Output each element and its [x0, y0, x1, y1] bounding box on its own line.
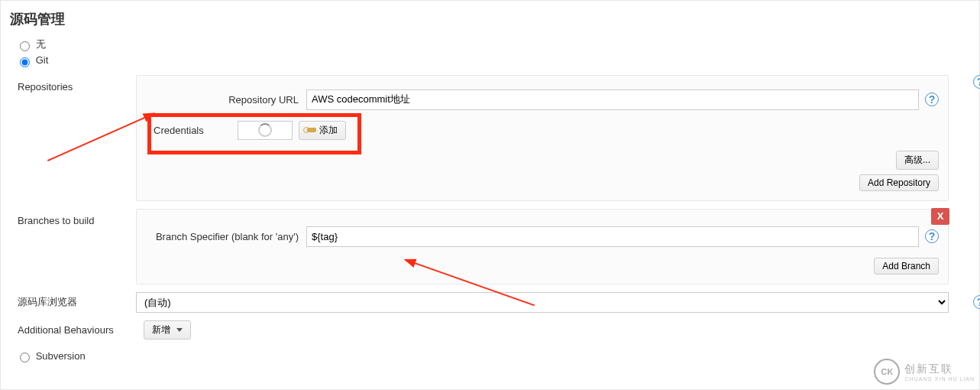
additional-behaviours-row: Additional Behaviours 新增: [10, 320, 970, 340]
scm-radio-git[interactable]: [20, 57, 30, 67]
additional-label: Additional Behaviours: [10, 324, 144, 336]
delete-branch-button[interactable]: X: [931, 208, 949, 225]
credentials-label: Credentials: [146, 125, 238, 136]
logo-subtext: CHUANG XIN HU LIAN: [904, 376, 975, 382]
branch-specifier-input[interactable]: [306, 226, 919, 247]
branch-specifier-label: Branch Specifier (blank for 'any'): [146, 231, 306, 242]
add-branch-button[interactable]: Add Branch: [874, 258, 939, 275]
scm-option-subversion[interactable]: Subversion: [16, 350, 970, 363]
repositories-row: Repositories ? Repository URL ? Credenti…: [10, 75, 970, 201]
scm-label-subversion: Subversion: [36, 350, 86, 362]
help-icon[interactable]: ?: [973, 295, 980, 309]
chevron-down-icon: [176, 328, 183, 332]
credentials-select[interactable]: [238, 121, 293, 140]
scm-radio-none[interactable]: [20, 41, 30, 51]
logo-text: 创新互联: [904, 362, 975, 376]
logo-mark-icon: CK: [874, 359, 900, 385]
repo-browser-label: 源码库浏览器: [10, 295, 136, 309]
additional-add-button[interactable]: 新增: [144, 320, 191, 340]
section-title: 源码管理: [10, 10, 970, 28]
watermark-logo: CK 创新互联 CHUANG XIN HU LIAN: [874, 359, 975, 385]
scm-option-none[interactable]: 无: [16, 37, 970, 51]
advanced-button[interactable]: 高级...: [896, 151, 939, 170]
branches-panel: X Branch Specifier (blank for 'any') ? A…: [136, 209, 949, 284]
help-icon[interactable]: ?: [925, 93, 939, 106]
repo-browser-row: 源码库浏览器 (自动) ?: [10, 292, 970, 313]
scm-radio-subversion[interactable]: [20, 353, 30, 362]
repo-browser-select[interactable]: (自动): [136, 292, 949, 313]
loading-spinner-icon: [258, 123, 272, 137]
branches-row: Branches to build X Branch Specifier (bl…: [10, 209, 970, 284]
help-icon[interactable]: ?: [973, 75, 980, 89]
repo-url-input[interactable]: [306, 89, 919, 110]
repositories-panel: Repository URL ? Credentials 添加 高级... Ad…: [136, 75, 949, 201]
scm-label-none: 无: [36, 38, 46, 50]
branches-label: Branches to build: [10, 209, 136, 226]
scm-option-git[interactable]: Git: [16, 54, 970, 67]
help-icon[interactable]: ?: [925, 229, 939, 243]
repositories-label: Repositories: [10, 75, 136, 93]
repo-url-label: Repository URL: [146, 94, 306, 106]
scm-config-panel: 源码管理 无 Git Repositories ? Repository URL…: [0, 0, 980, 390]
key-icon: [307, 128, 316, 132]
scm-label-git: Git: [36, 54, 49, 66]
add-credentials-button[interactable]: 添加: [299, 121, 346, 140]
add-repository-button[interactable]: Add Repository: [859, 174, 939, 191]
